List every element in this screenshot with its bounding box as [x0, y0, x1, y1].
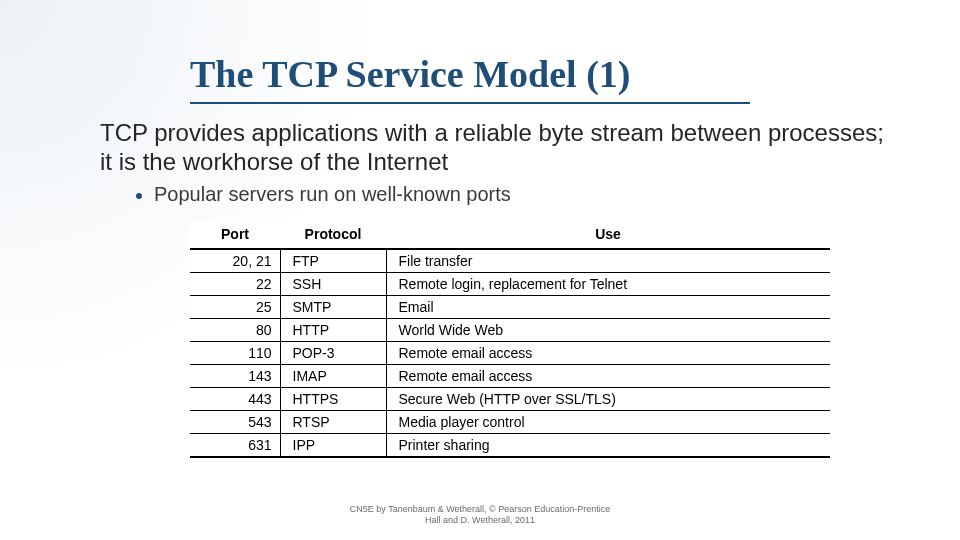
cell-protocol: SSH	[280, 272, 386, 295]
cell-protocol: IMAP	[280, 364, 386, 387]
cell-port: 443	[190, 387, 280, 410]
cell-port: 80	[190, 318, 280, 341]
cell-port: 543	[190, 410, 280, 433]
table-row: 543 RTSP Media player control	[190, 410, 830, 433]
table-row: 110 POP-3 Remote email access	[190, 341, 830, 364]
cell-use: Secure Web (HTTP over SSL/TLS)	[386, 387, 830, 410]
bullet-icon	[136, 193, 142, 199]
header-port: Port	[190, 222, 280, 249]
cell-protocol: SMTP	[280, 295, 386, 318]
intro-text: TCP provides applications with a reliabl…	[100, 118, 900, 177]
cell-protocol: IPP	[280, 433, 386, 457]
cell-port: 143	[190, 364, 280, 387]
cell-port: 22	[190, 272, 280, 295]
cell-port: 20, 21	[190, 249, 280, 273]
table-row: 22 SSH Remote login, replacement for Tel…	[190, 272, 830, 295]
table-row: 443 HTTPS Secure Web (HTTP over SSL/TLS)	[190, 387, 830, 410]
cell-port: 110	[190, 341, 280, 364]
cell-protocol: HTTPS	[280, 387, 386, 410]
cell-protocol: POP-3	[280, 341, 386, 364]
cell-protocol: HTTP	[280, 318, 386, 341]
ports-table: Port Protocol Use 20, 21 FTP File transf…	[190, 222, 830, 458]
header-use: Use	[386, 222, 830, 249]
slide-content: The TCP Service Model (1) TCP provides a…	[0, 0, 960, 540]
header-protocol: Protocol	[280, 222, 386, 249]
cell-port: 25	[190, 295, 280, 318]
table-row: 25 SMTP Email	[190, 295, 830, 318]
cell-port: 631	[190, 433, 280, 457]
cell-use: Email	[386, 295, 830, 318]
table-row: 80 HTTP World Wide Web	[190, 318, 830, 341]
table-row: 20, 21 FTP File transfer	[190, 249, 830, 273]
table-row: 143 IMAP Remote email access	[190, 364, 830, 387]
cell-use: Media player control	[386, 410, 830, 433]
table-header-row: Port Protocol Use	[190, 222, 830, 249]
bullet-item: Popular servers run on well-known ports	[136, 183, 900, 206]
ports-table-container: Port Protocol Use 20, 21 FTP File transf…	[190, 222, 830, 458]
table-body: 20, 21 FTP File transfer 22 SSH Remote l…	[190, 249, 830, 457]
cell-protocol: FTP	[280, 249, 386, 273]
cell-use: File transfer	[386, 249, 830, 273]
table-row: 631 IPP Printer sharing	[190, 433, 830, 457]
footer-line-2: Hall and D. Wetherall, 2011	[425, 515, 535, 525]
footer-citation: CN5E by Tanenbaum & Wetherall, © Pearson…	[0, 504, 960, 526]
cell-use: World Wide Web	[386, 318, 830, 341]
cell-use: Remote email access	[386, 364, 830, 387]
cell-use: Remote login, replacement for Telnet	[386, 272, 830, 295]
cell-protocol: RTSP	[280, 410, 386, 433]
cell-use: Remote email access	[386, 341, 830, 364]
slide-title: The TCP Service Model (1)	[190, 52, 750, 104]
footer-line-1: CN5E by Tanenbaum & Wetherall, © Pearson…	[350, 504, 610, 514]
cell-use: Printer sharing	[386, 433, 830, 457]
bullet-text: Popular servers run on well-known ports	[154, 183, 511, 206]
